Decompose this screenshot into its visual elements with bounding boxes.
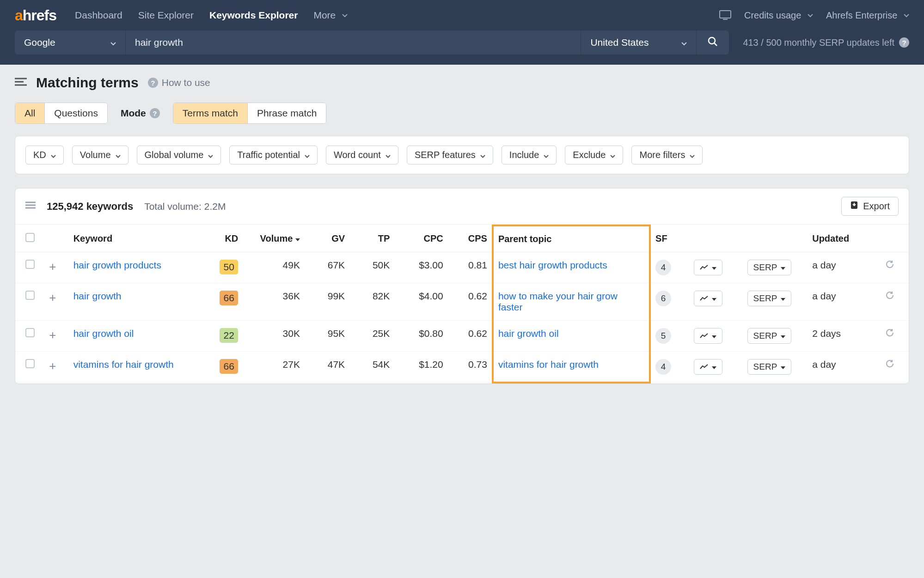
col-volume-label: Volume [260, 233, 293, 243]
page-title: Matching terms [36, 75, 139, 91]
row-checkbox[interactable] [25, 260, 35, 269]
scope-all[interactable]: All [15, 103, 44, 123]
filter-label: Word count [334, 150, 381, 160]
refresh-icon[interactable] [885, 359, 894, 370]
col-sf[interactable]: SF [650, 225, 689, 252]
how-to-use-link[interactable]: ? How to use [148, 77, 210, 88]
parent-topic-link[interactable]: best hair growth products [498, 260, 607, 270]
col-expand [44, 225, 68, 252]
cell-gv: 95K [305, 321, 349, 352]
row-checkbox[interactable] [25, 359, 35, 368]
row-checkbox[interactable] [25, 328, 35, 337]
nav-site-explorer[interactable]: Site Explorer [138, 10, 194, 21]
mode-phrase-match[interactable]: Phrase match [247, 103, 326, 123]
search-icon [708, 37, 718, 49]
nav-dashboard[interactable]: Dashboard [75, 10, 122, 21]
sf-badge[interactable]: 4 [655, 359, 671, 375]
help-icon[interactable]: ? [150, 108, 160, 118]
nav-more[interactable]: More [313, 10, 348, 21]
expand-icon[interactable]: + [49, 328, 60, 342]
parent-topic-link[interactable]: how to make your hair grow faster [498, 291, 618, 312]
refresh-icon[interactable] [885, 329, 894, 339]
parent-topic-link[interactable]: hair growth oil [498, 328, 559, 339]
expand-icon[interactable]: + [49, 260, 60, 274]
keyword-link[interactable]: vitamins for hair growth [73, 359, 174, 370]
account-menu[interactable]: Ahrefs Enterprise [826, 10, 909, 21]
col-volume[interactable]: Volume [243, 225, 305, 252]
col-cpc[interactable]: CPC [394, 225, 447, 252]
results-head: 125,942 keywords Total volume: 2.2M Expo… [15, 189, 909, 225]
title-row: Matching terms ? How to use [15, 75, 909, 91]
filter-kd[interactable]: KD [25, 146, 64, 164]
sf-badge[interactable]: 6 [655, 291, 671, 306]
trend-dropdown[interactable] [694, 359, 722, 375]
serp-dropdown[interactable]: SERP [747, 291, 792, 306]
expand-icon[interactable]: + [49, 359, 60, 373]
nav-keywords-explorer[interactable]: Keywords Explorer [209, 10, 298, 21]
brand-logo[interactable]: ahrefs [15, 7, 56, 24]
sf-badge[interactable]: 5 [655, 328, 671, 344]
chevron-down-icon [51, 150, 56, 160]
col-cps[interactable]: CPS [448, 225, 493, 252]
top-nav: ahrefs Dashboard Site Explorer Keywords … [0, 0, 924, 30]
serp-label: SERP [753, 331, 777, 341]
credits-usage-menu[interactable]: Credits usage [744, 10, 813, 21]
col-gv[interactable]: GV [305, 225, 349, 252]
row-checkbox[interactable] [25, 291, 35, 300]
col-kd[interactable]: KD [203, 225, 243, 252]
sf-badge[interactable]: 4 [655, 260, 671, 275]
menu-icon[interactable] [15, 77, 27, 89]
serp-updates-note: 413 / 500 monthly SERP updates left ? [743, 37, 909, 48]
filter-more-filters[interactable]: More filters [631, 146, 703, 164]
col-keyword[interactable]: Keyword [69, 225, 204, 252]
parent-topic-link[interactable]: vitamins for hair growth [498, 359, 599, 370]
refresh-icon[interactable] [885, 291, 894, 302]
select-all-checkbox[interactable] [25, 233, 35, 242]
filter-label: SERP features [415, 150, 476, 160]
cell-updated: a day [808, 352, 881, 383]
filter-exclude[interactable]: Exclude [565, 146, 623, 164]
filter-serp-features[interactable]: SERP features [407, 146, 493, 164]
filter-word-count[interactable]: Word count [326, 146, 398, 164]
serp-dropdown[interactable]: SERP [747, 328, 792, 344]
filter-include[interactable]: Include [502, 146, 557, 164]
monitor-icon[interactable] [719, 10, 731, 20]
filter-traffic-potential[interactable]: Traffic potential [229, 146, 318, 164]
search-engine-select[interactable]: Google [15, 30, 126, 55]
chevron-down-icon [681, 37, 687, 48]
mode-terms-match[interactable]: Terms match [173, 103, 247, 123]
search-query-input[interactable]: hair growth [126, 30, 581, 55]
country-select[interactable]: United States [581, 30, 697, 55]
cell-cps: 0.73 [448, 352, 493, 383]
filter-volume[interactable]: Volume [72, 146, 129, 164]
serp-updates-text: 413 / 500 monthly SERP updates left [743, 37, 894, 48]
chevron-down-icon [904, 10, 909, 21]
col-updated[interactable]: Updated [808, 225, 881, 252]
filter-global-volume[interactable]: Global volume [137, 146, 221, 164]
trend-dropdown[interactable] [694, 291, 722, 306]
help-icon[interactable]: ? [899, 37, 909, 48]
keyword-link[interactable]: hair growth [73, 291, 122, 301]
serp-dropdown[interactable]: SERP [747, 260, 792, 275]
keyword-link[interactable]: hair growth products [73, 260, 161, 270]
columns-icon[interactable] [25, 201, 36, 212]
trend-icon [700, 262, 708, 273]
trend-dropdown[interactable] [694, 260, 722, 275]
scope-questions[interactable]: Questions [44, 103, 107, 123]
filter-label: Include [509, 150, 539, 160]
kd-badge: 50 [220, 260, 238, 274]
search-button[interactable] [697, 30, 729, 55]
col-tp[interactable]: TP [349, 225, 394, 252]
expand-icon[interactable]: + [49, 291, 60, 304]
export-button[interactable]: Export [841, 197, 899, 216]
col-parent-topic[interactable]: Parent topic [493, 225, 650, 252]
serp-dropdown[interactable]: SERP [747, 359, 792, 375]
keyword-link[interactable]: hair growth oil [73, 328, 134, 339]
table-row: +hair growth oil2230K95K25K$0.800.62hair… [15, 321, 909, 352]
filter-label: Volume [80, 150, 111, 160]
scope-group: All Questions [15, 103, 108, 124]
refresh-icon[interactable] [885, 260, 894, 271]
cell-updated: 2 days [808, 321, 881, 352]
trend-dropdown[interactable] [694, 328, 722, 344]
cell-cps: 0.62 [448, 321, 493, 352]
